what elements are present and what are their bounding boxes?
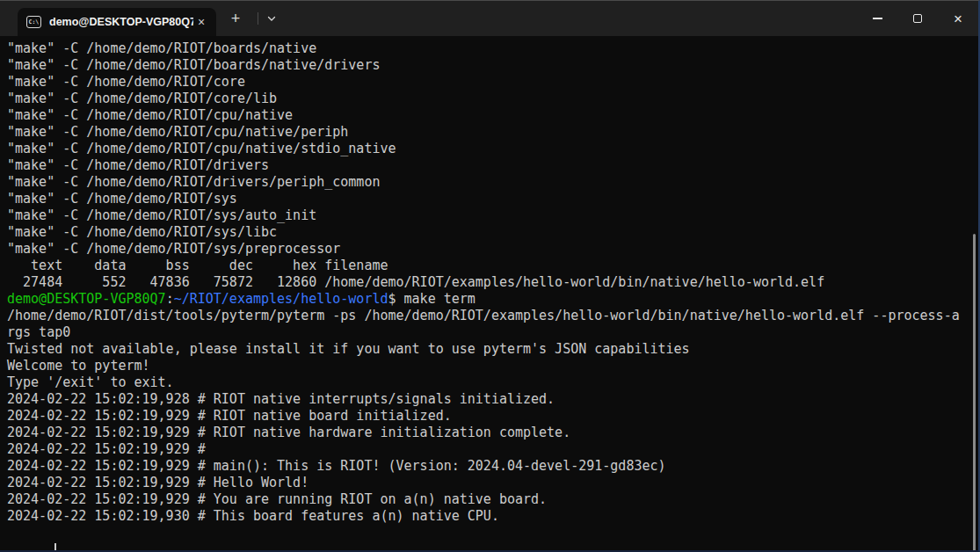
maximize-button[interactable] <box>897 1 938 36</box>
window-controls: × <box>857 1 978 36</box>
terminal-line: "make" -C /home/demo/RIOT/sys/libc <box>7 224 971 241</box>
close-icon: × <box>954 11 962 26</box>
terminal-line: Type '/exit' to exit. <box>7 374 971 391</box>
terminal-tab[interactable]: C:\ demo@DESKTOP-VGP80Q7: ~ × <box>18 8 216 36</box>
terminal-line: rgs tap0 <box>7 324 971 341</box>
titlebar[interactable]: C:\ demo@DESKTOP-VGP80Q7: ~ × + × <box>0 1 978 36</box>
terminal-line: "make" -C /home/demo/RIOT/core/lib <box>7 91 971 107</box>
minimize-icon <box>873 18 882 18</box>
terminal-line: 27484 552 47836 75872 12860 /home/demo/R… <box>7 274 971 291</box>
terminal-line: Welcome to pyterm! <box>7 358 971 374</box>
terminal-line: "make" -C /home/demo/RIOT/drivers <box>7 157 971 174</box>
text-cursor <box>54 543 56 552</box>
minimize-button[interactable] <box>857 1 897 36</box>
terminal-line: 2024-02-22 15:02:19,929 # You are runnin… <box>7 491 971 508</box>
terminal-line: "make" -C /home/demo/RIOT/cpu/native/per… <box>7 124 971 141</box>
scrollbar-thumb[interactable] <box>973 234 976 552</box>
maximize-icon <box>913 14 922 23</box>
terminal-line: 2024-02-22 15:02:19,929 # <box>7 441 971 458</box>
terminal-line: "make" -C /home/demo/RIOT/sys/auto_init <box>7 207 971 224</box>
terminal-line: 2024-02-22 15:02:19,930 # This board fea… <box>7 508 971 525</box>
terminal-lines: "make" -C /home/demo/RIOT/boards/native"… <box>7 40 971 525</box>
terminal-line: "make" -C /home/demo/RIOT/cpu/native/std… <box>7 141 971 157</box>
terminal-line: demo@DESKTOP-VGP80Q7:~/RIOT/examples/hel… <box>7 291 971 308</box>
terminal-line: 2024-02-22 15:02:19,929 # RIOT native bo… <box>7 408 971 425</box>
terminal-line: 2024-02-22 15:02:19,929 # Hello World! <box>7 475 971 491</box>
tabbar-separator <box>258 12 258 25</box>
terminal-window: C:\ demo@DESKTOP-VGP80Q7: ~ × + × "make"… <box>0 0 980 552</box>
chevron-down-icon <box>266 13 277 24</box>
terminal-line: 2024-02-22 15:02:19,928 # RIOT native in… <box>7 391 971 408</box>
tab-title: demo@DESKTOP-VGP80Q7: ~ <box>49 16 193 28</box>
terminal-line: /home/demo/RIOT/dist/tools/pyterm/pyterm… <box>7 308 971 324</box>
terminal-line: "make" -C /home/demo/RIOT/sys <box>7 191 971 207</box>
terminal-line: Twisted not available, please install it… <box>7 341 971 358</box>
terminal-line: 2024-02-22 15:02:19,929 # main(): This i… <box>7 458 971 475</box>
tab-dropdown-button[interactable] <box>260 6 283 31</box>
new-tab-button[interactable]: + <box>223 6 248 31</box>
terminal-line: "make" -C /home/demo/RIOT/sys/preprocess… <box>7 241 971 258</box>
terminal-output[interactable]: "make" -C /home/demo/RIOT/boards/native"… <box>0 36 978 552</box>
terminal-line: "make" -C /home/demo/RIOT/drivers/periph… <box>7 174 971 191</box>
terminal-line: "make" -C /home/demo/RIOT/core <box>7 74 971 91</box>
terminal-line: "make" -C /home/demo/RIOT/boards/native <box>7 40 971 57</box>
terminal-line: text data bss dec hex filename <box>7 258 971 274</box>
terminal-line: "make" -C /home/demo/RIOT/boards/native/… <box>7 57 971 74</box>
terminal-line: "make" -C /home/demo/RIOT/cpu/native <box>7 107 971 124</box>
tab-close-icon[interactable]: × <box>193 14 209 30</box>
cursor-line <box>7 525 971 541</box>
terminal-line: 2024-02-22 15:02:19,929 # RIOT native ha… <box>7 425 971 441</box>
close-button[interactable]: × <box>938 1 978 36</box>
command-prompt-icon: C:\ <box>26 16 41 28</box>
